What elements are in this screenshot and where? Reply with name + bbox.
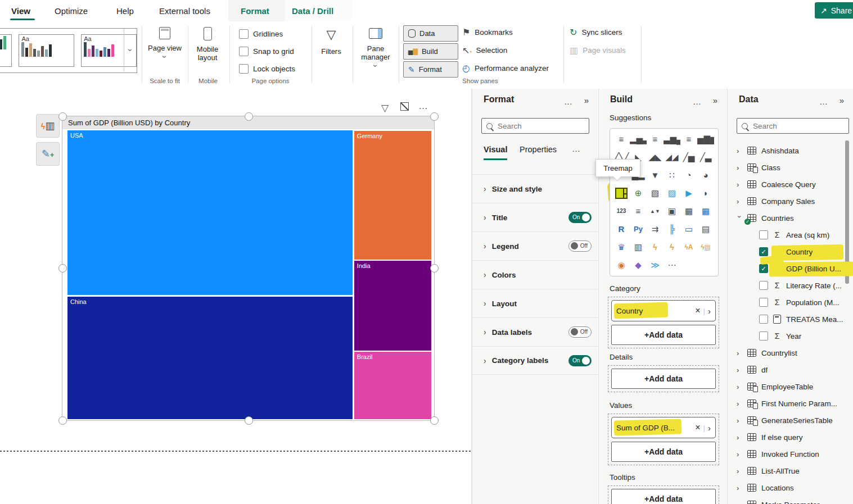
selection-button[interactable]: ↖▪ Selection: [462, 45, 507, 56]
table-row-countrylist[interactable]: ›Countrylist: [728, 344, 853, 361]
values-well[interactable]: Sum of GDP (B... ×|› +Add data: [608, 414, 719, 465]
line-clustered-column-chart-icon[interactable]: ╱▃: [697, 149, 714, 167]
table-row-list-alltrue[interactable]: ›List-AllTrue: [728, 462, 853, 479]
treemap-tile-china[interactable]: China: [67, 297, 353, 419]
details-well[interactable]: +Add data: [608, 365, 719, 392]
format-section-category-labels[interactable]: › Category labels On: [472, 346, 598, 375]
checkbox-icon[interactable]: [239, 64, 249, 74]
tooltips-add-data-button[interactable]: +Add data: [611, 489, 716, 504]
treemap-icon[interactable]: [613, 185, 630, 203]
funnel-chart-icon[interactable]: ▼: [647, 167, 664, 185]
category-labels-toggle-on[interactable]: On: [568, 355, 592, 366]
resize-handle-bottom-center[interactable]: [245, 416, 253, 425]
build-pane-more-icon[interactable]: …: [693, 97, 702, 106]
chevron-right-icon[interactable]: ›: [737, 433, 742, 442]
chevron-right-icon[interactable]: ›: [737, 450, 742, 458]
smart-narrative-icon[interactable]: ▤: [697, 221, 714, 239]
tab-help[interactable]: Help: [116, 0, 134, 21]
checkbox-icon[interactable]: [759, 315, 768, 324]
table-row-countries[interactable]: ›Countries: [728, 210, 853, 226]
build-pane-toggle-button[interactable]: ▅▇ Build: [403, 43, 458, 60]
data-pane-collapse-icon[interactable]: »: [840, 96, 844, 105]
format-section-colors[interactable]: › Colors: [472, 260, 598, 289]
filled-map-icon[interactable]: ▧: [647, 185, 664, 203]
chevron-right-icon[interactable]: ›: [737, 197, 742, 206]
table-row-df[interactable]: ›df: [728, 361, 853, 378]
checkbox-icon[interactable]: [759, 332, 768, 340]
format-section-title[interactable]: › Title On: [472, 203, 598, 231]
r-script-icon[interactable]: R: [613, 221, 630, 239]
chevron-right-icon[interactable]: ›: [737, 366, 742, 374]
100-stacked-column-chart-icon[interactable]: ▅▇▆: [697, 131, 714, 149]
table-row-class[interactable]: ›Class: [728, 159, 853, 176]
theme-thumbnail-partial[interactable]: [0, 34, 12, 67]
resize-handle-left[interactable]: [58, 264, 67, 273]
table-row-invoked-function[interactable]: ›Invoked Function: [728, 446, 853, 462]
format-pane-collapse-icon[interactable]: »: [584, 96, 589, 105]
checkbox-icon[interactable]: [239, 47, 249, 56]
treemap-tile-brazil[interactable]: Brazil: [354, 352, 431, 419]
field-row-population[interactable]: ΣPopulation (M...: [728, 294, 853, 311]
tab-optimize[interactable]: Optimize: [55, 0, 88, 21]
format-search-input[interactable]: [497, 121, 577, 131]
report-canvas[interactable]: ϟ▥ ✎+ ▽ … Sum of GDP (Billion USD) by Co…: [0, 89, 472, 504]
format-search[interactable]: [481, 118, 589, 134]
format-tab-properties[interactable]: Properties: [520, 145, 557, 154]
metrics-icon[interactable]: ♛: [613, 239, 630, 257]
text-slicer-preview-icon[interactable]: ϟA: [680, 239, 697, 257]
100-stacked-area-chart-icon[interactable]: ◢◢: [664, 149, 680, 167]
focus-mode-icon[interactable]: [400, 102, 409, 111]
format-tab-visual[interactable]: Visual: [484, 145, 507, 154]
tooltips-well[interactable]: +Add data: [608, 485, 719, 504]
power-apps-icon[interactable]: ◆: [630, 257, 647, 275]
more-visuals-icon[interactable]: ⋯: [664, 257, 680, 275]
key-influencers-icon[interactable]: ⇉: [647, 221, 664, 239]
chevron-right-icon[interactable]: ›: [737, 501, 742, 504]
values-field-pill[interactable]: Sum of GDP (B... ×|›: [611, 417, 716, 438]
format-section-size-and-style[interactable]: › Size and style: [472, 174, 598, 203]
resize-handle-top-right[interactable]: [430, 112, 439, 121]
resize-handle-right[interactable]: [430, 264, 439, 273]
filters-button[interactable]: ▽ Filters: [316, 28, 346, 56]
bookmarks-button[interactable]: ⚑ Bookmarks: [462, 27, 513, 38]
table-icon[interactable]: ▦: [680, 203, 697, 221]
visual-filter-icon[interactable]: ▽: [381, 102, 389, 114]
treemap-visual[interactable]: Sum of GDP (Billion USD) by Country USA …: [62, 116, 435, 421]
build-pane-collapse-icon[interactable]: »: [713, 96, 717, 105]
gauge-icon[interactable]: ◗: [697, 185, 714, 203]
table-row-generateseriestable[interactable]: ›GenerateSeriesTable: [728, 412, 853, 429]
shape-map-icon[interactable]: ▨: [664, 185, 680, 203]
checkbox-icon[interactable]: [759, 281, 768, 290]
100-stacked-bar-chart-icon[interactable]: ≡: [680, 131, 697, 149]
resize-handle-top-center[interactable]: [245, 112, 253, 121]
treemap-tile-germany[interactable]: Germany: [354, 131, 431, 260]
table-row-if-else-query[interactable]: ›If else query: [728, 429, 853, 446]
stacked-bar-chart-icon[interactable]: ≡: [613, 131, 630, 149]
format-pane-more-icon[interactable]: …: [564, 97, 573, 106]
title-toggle-on[interactable]: On: [568, 212, 592, 223]
multi-row-card-icon[interactable]: ≡: [630, 203, 647, 221]
slicer-icon[interactable]: ▣: [664, 203, 680, 221]
paginated-report-icon[interactable]: ▥: [630, 239, 647, 257]
remove-field-icon[interactable]: ×: [695, 306, 700, 316]
sync-slicers-button[interactable]: ↻ Sync slicers: [570, 27, 622, 38]
chevron-right-icon[interactable]: ›: [737, 147, 742, 155]
lock-objects-checkbox[interactable]: Lock objects: [239, 64, 295, 74]
checkbox-checked-icon[interactable]: ✓: [759, 264, 768, 273]
table-row-marks-parameter[interactable]: ›Marks Parameter: [728, 496, 853, 504]
data-search-input[interactable]: [752, 121, 833, 131]
field-row-year[interactable]: ΣYear: [728, 328, 853, 344]
chevron-right-icon[interactable]: ›: [737, 349, 742, 357]
data-labels-toggle-off[interactable]: Off: [568, 326, 592, 338]
resize-handle-bottom-left[interactable]: [58, 416, 67, 425]
field-row-literacy-rate[interactable]: ΣLiteracy Rate (...: [728, 277, 853, 294]
chevron-right-icon[interactable]: ›: [737, 164, 742, 172]
data-pane-toggle-button[interactable]: Data: [403, 25, 458, 42]
gridlines-checkbox[interactable]: Gridlines: [239, 29, 283, 39]
chevron-right-icon[interactable]: ›: [737, 383, 742, 391]
chevron-right-icon[interactable]: ›: [737, 467, 742, 475]
table-row-employeetable[interactable]: ›EmployeeTable: [728, 378, 853, 395]
category-field-pill[interactable]: Country ×|›: [611, 300, 716, 321]
field-options-icon[interactable]: ›: [708, 423, 711, 433]
power-automate-icon[interactable]: ≫: [647, 257, 664, 275]
